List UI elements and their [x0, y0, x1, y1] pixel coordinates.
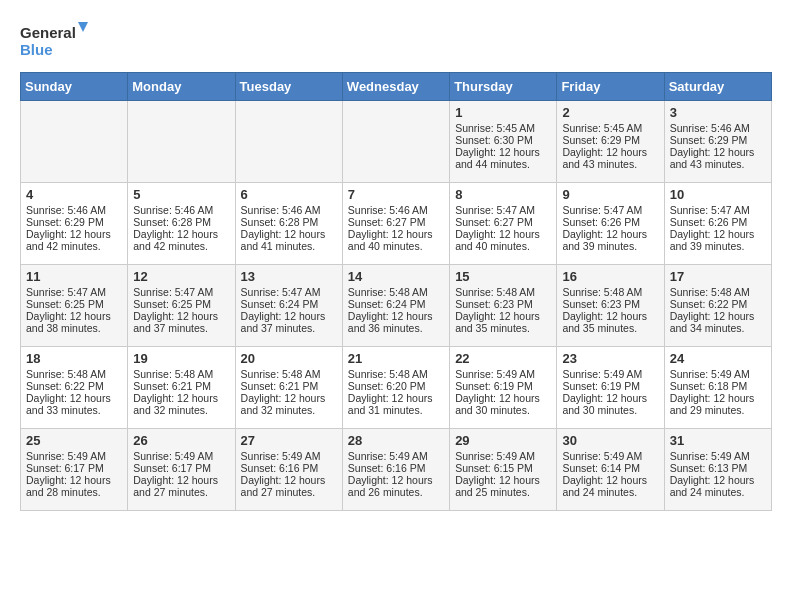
calendar-cell: 19Sunrise: 5:48 AMSunset: 6:21 PMDayligh…	[128, 347, 235, 429]
sunrise-text: Sunrise: 5:45 AM	[455, 122, 551, 134]
sunrise-text: Sunrise: 5:49 AM	[670, 368, 766, 380]
sunset-text: Sunset: 6:21 PM	[133, 380, 229, 392]
sunset-text: Sunset: 6:15 PM	[455, 462, 551, 474]
sunrise-text: Sunrise: 5:48 AM	[670, 286, 766, 298]
page-header: General Blue	[20, 20, 772, 62]
sunset-text: Sunset: 6:16 PM	[241, 462, 337, 474]
sunset-text: Sunset: 6:28 PM	[241, 216, 337, 228]
calendar-cell: 11Sunrise: 5:47 AMSunset: 6:25 PMDayligh…	[21, 265, 128, 347]
logo: General Blue	[20, 20, 90, 62]
calendar-cell	[128, 101, 235, 183]
sunset-text: Sunset: 6:17 PM	[133, 462, 229, 474]
day-number: 2	[562, 105, 658, 120]
daylight-text: Daylight: 12 hours and 32 minutes.	[133, 392, 229, 416]
generalblue-logo-icon: General Blue	[20, 20, 90, 62]
sunset-text: Sunset: 6:22 PM	[26, 380, 122, 392]
calendar-cell: 17Sunrise: 5:48 AMSunset: 6:22 PMDayligh…	[664, 265, 771, 347]
calendar-cell: 4Sunrise: 5:46 AMSunset: 6:29 PMDaylight…	[21, 183, 128, 265]
day-number: 14	[348, 269, 444, 284]
calendar-cell: 15Sunrise: 5:48 AMSunset: 6:23 PMDayligh…	[450, 265, 557, 347]
daylight-text: Daylight: 12 hours and 35 minutes.	[455, 310, 551, 334]
sunrise-text: Sunrise: 5:49 AM	[133, 450, 229, 462]
week-row-3: 11Sunrise: 5:47 AMSunset: 6:25 PMDayligh…	[21, 265, 772, 347]
sunset-text: Sunset: 6:24 PM	[241, 298, 337, 310]
daylight-text: Daylight: 12 hours and 34 minutes.	[670, 310, 766, 334]
col-header-sunday: Sunday	[21, 73, 128, 101]
sunset-text: Sunset: 6:29 PM	[562, 134, 658, 146]
sunrise-text: Sunrise: 5:49 AM	[455, 450, 551, 462]
daylight-text: Daylight: 12 hours and 44 minutes.	[455, 146, 551, 170]
calendar-cell: 21Sunrise: 5:48 AMSunset: 6:20 PMDayligh…	[342, 347, 449, 429]
calendar-cell: 10Sunrise: 5:47 AMSunset: 6:26 PMDayligh…	[664, 183, 771, 265]
col-header-saturday: Saturday	[664, 73, 771, 101]
col-header-tuesday: Tuesday	[235, 73, 342, 101]
sunrise-text: Sunrise: 5:47 AM	[562, 204, 658, 216]
sunset-text: Sunset: 6:17 PM	[26, 462, 122, 474]
day-number: 4	[26, 187, 122, 202]
daylight-text: Daylight: 12 hours and 35 minutes.	[562, 310, 658, 334]
calendar-cell: 30Sunrise: 5:49 AMSunset: 6:14 PMDayligh…	[557, 429, 664, 511]
week-row-1: 1Sunrise: 5:45 AMSunset: 6:30 PMDaylight…	[21, 101, 772, 183]
week-row-5: 25Sunrise: 5:49 AMSunset: 6:17 PMDayligh…	[21, 429, 772, 511]
sunset-text: Sunset: 6:19 PM	[455, 380, 551, 392]
day-number: 7	[348, 187, 444, 202]
svg-text:Blue: Blue	[20, 41, 53, 58]
daylight-text: Daylight: 12 hours and 33 minutes.	[26, 392, 122, 416]
daylight-text: Daylight: 12 hours and 32 minutes.	[241, 392, 337, 416]
sunset-text: Sunset: 6:20 PM	[348, 380, 444, 392]
calendar-cell: 26Sunrise: 5:49 AMSunset: 6:17 PMDayligh…	[128, 429, 235, 511]
daylight-text: Daylight: 12 hours and 39 minutes.	[562, 228, 658, 252]
day-number: 17	[670, 269, 766, 284]
calendar-cell: 29Sunrise: 5:49 AMSunset: 6:15 PMDayligh…	[450, 429, 557, 511]
sunset-text: Sunset: 6:14 PM	[562, 462, 658, 474]
week-row-4: 18Sunrise: 5:48 AMSunset: 6:22 PMDayligh…	[21, 347, 772, 429]
sunset-text: Sunset: 6:30 PM	[455, 134, 551, 146]
sunset-text: Sunset: 6:29 PM	[26, 216, 122, 228]
svg-text:General: General	[20, 24, 76, 41]
day-number: 19	[133, 351, 229, 366]
calendar-table: SundayMondayTuesdayWednesdayThursdayFrid…	[20, 72, 772, 511]
sunset-text: Sunset: 6:18 PM	[670, 380, 766, 392]
daylight-text: Daylight: 12 hours and 38 minutes.	[26, 310, 122, 334]
svg-marker-2	[78, 22, 88, 32]
col-header-friday: Friday	[557, 73, 664, 101]
calendar-cell	[235, 101, 342, 183]
daylight-text: Daylight: 12 hours and 43 minutes.	[670, 146, 766, 170]
calendar-cell: 22Sunrise: 5:49 AMSunset: 6:19 PMDayligh…	[450, 347, 557, 429]
daylight-text: Daylight: 12 hours and 31 minutes.	[348, 392, 444, 416]
sunrise-text: Sunrise: 5:45 AM	[562, 122, 658, 134]
sunrise-text: Sunrise: 5:49 AM	[670, 450, 766, 462]
calendar-cell: 31Sunrise: 5:49 AMSunset: 6:13 PMDayligh…	[664, 429, 771, 511]
sunset-text: Sunset: 6:22 PM	[670, 298, 766, 310]
sunrise-text: Sunrise: 5:48 AM	[562, 286, 658, 298]
day-number: 3	[670, 105, 766, 120]
sunrise-text: Sunrise: 5:46 AM	[670, 122, 766, 134]
day-number: 18	[26, 351, 122, 366]
daylight-text: Daylight: 12 hours and 28 minutes.	[26, 474, 122, 498]
sunset-text: Sunset: 6:26 PM	[562, 216, 658, 228]
calendar-cell: 16Sunrise: 5:48 AMSunset: 6:23 PMDayligh…	[557, 265, 664, 347]
day-number: 16	[562, 269, 658, 284]
sunrise-text: Sunrise: 5:46 AM	[348, 204, 444, 216]
sunset-text: Sunset: 6:29 PM	[670, 134, 766, 146]
calendar-cell: 2Sunrise: 5:45 AMSunset: 6:29 PMDaylight…	[557, 101, 664, 183]
day-number: 25	[26, 433, 122, 448]
daylight-text: Daylight: 12 hours and 29 minutes.	[670, 392, 766, 416]
sunrise-text: Sunrise: 5:47 AM	[455, 204, 551, 216]
sunset-text: Sunset: 6:23 PM	[455, 298, 551, 310]
day-number: 11	[26, 269, 122, 284]
sunrise-text: Sunrise: 5:46 AM	[133, 204, 229, 216]
daylight-text: Daylight: 12 hours and 27 minutes.	[241, 474, 337, 498]
daylight-text: Daylight: 12 hours and 24 minutes.	[670, 474, 766, 498]
calendar-cell: 8Sunrise: 5:47 AMSunset: 6:27 PMDaylight…	[450, 183, 557, 265]
calendar-cell: 9Sunrise: 5:47 AMSunset: 6:26 PMDaylight…	[557, 183, 664, 265]
calendar-cell: 13Sunrise: 5:47 AMSunset: 6:24 PMDayligh…	[235, 265, 342, 347]
col-header-wednesday: Wednesday	[342, 73, 449, 101]
sunset-text: Sunset: 6:25 PM	[26, 298, 122, 310]
sunrise-text: Sunrise: 5:49 AM	[26, 450, 122, 462]
sunrise-text: Sunrise: 5:48 AM	[455, 286, 551, 298]
calendar-cell: 25Sunrise: 5:49 AMSunset: 6:17 PMDayligh…	[21, 429, 128, 511]
sunrise-text: Sunrise: 5:48 AM	[348, 286, 444, 298]
daylight-text: Daylight: 12 hours and 42 minutes.	[26, 228, 122, 252]
day-number: 21	[348, 351, 444, 366]
